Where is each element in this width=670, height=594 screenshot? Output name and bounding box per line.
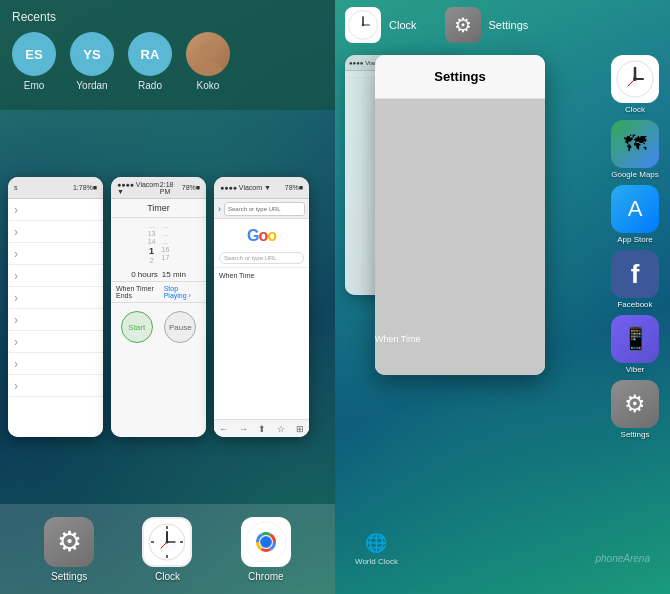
start-button[interactable]: Start bbox=[121, 311, 153, 343]
sidebar-settings-icon: ⚙ bbox=[611, 380, 659, 428]
timer-picker: ... 13 14 1 2 ... ... ... 16 17 bbox=[111, 218, 206, 268]
right-app-sidebar: Clock 🗺 Google Maps A App Store f Facebo… bbox=[605, 55, 665, 439]
browser-search-bar[interactable]: Search or type URL bbox=[219, 252, 304, 264]
avatar-name-yordan: Yordan bbox=[76, 80, 107, 91]
pause-button[interactable]: Pause bbox=[164, 311, 196, 343]
settings-card-header: Settings bbox=[375, 55, 545, 99]
right-bottom: 🌐 World Clock bbox=[335, 504, 670, 594]
avatar-name-rado: Rado bbox=[138, 80, 162, 91]
avatar-name-koko: Koko bbox=[197, 80, 220, 91]
list-row-5[interactable] bbox=[8, 287, 103, 309]
dock-chrome[interactable]: Chrome bbox=[241, 517, 291, 582]
sidebar-facebook-icon: f bbox=[611, 250, 659, 298]
right-settings-icon-small[interactable]: ⚙ bbox=[445, 7, 481, 43]
avatar-item-koko[interactable]: Koko bbox=[186, 32, 230, 91]
sidebar-viber-icon: 📱 bbox=[611, 315, 659, 363]
avatar-item-yordan[interactable]: YS Yordan bbox=[70, 32, 114, 91]
recents-label: Recents bbox=[12, 10, 323, 24]
timer-content: Timer ... 13 14 1 2 ... ... ... 16 17 bbox=[111, 199, 206, 437]
status-bar-2: ●●●● Viacom ▼ 2:18 PM 78%■ bbox=[117, 181, 200, 195]
browser-back-icon[interactable]: ← bbox=[219, 424, 228, 434]
browser-fwd-icon[interactable]: → bbox=[239, 424, 248, 434]
avatar-circle-ra: RA bbox=[128, 32, 172, 76]
card-header-timer: ●●●● Viacom ▼ 2:18 PM 78%■ bbox=[111, 177, 206, 199]
avatar-circle-ys: YS bbox=[70, 32, 114, 76]
browser-url-bar[interactable]: Search or type URL bbox=[224, 202, 305, 216]
card-header-list: s 1:78%■ bbox=[8, 177, 103, 199]
app-cards: s 1:78%■ ●●●● Viacom ▼ 2:18 bbox=[0, 110, 335, 504]
facebook-icon: f bbox=[631, 259, 640, 290]
app-card-browser[interactable]: ●●●● Viacom ▼ 78%■ › Search or type URL … bbox=[214, 177, 309, 437]
browser-forward-icon: › bbox=[218, 204, 221, 214]
gear-icon: ⚙ bbox=[57, 525, 82, 558]
app-card-timer[interactable]: ●●●● Viacom ▼ 2:18 PM 78%■ Timer ... 13 … bbox=[111, 177, 206, 437]
svg-point-18 bbox=[362, 24, 364, 26]
browser-bookmark-icon[interactable]: ☆ bbox=[277, 424, 285, 434]
right-gear-icon: ⚙ bbox=[454, 13, 472, 37]
avatar-item-emo[interactable]: ES Emo bbox=[12, 32, 56, 91]
chrome-icon bbox=[241, 517, 291, 567]
list-row-6[interactable] bbox=[8, 309, 103, 331]
sidebar-appstore-label: App Store bbox=[617, 235, 653, 244]
world-clock-area[interactable]: 🌐 World Clock bbox=[355, 532, 398, 566]
svg-point-23 bbox=[633, 77, 637, 81]
sidebar-facebook-label: Facebook bbox=[617, 300, 652, 309]
dock-settings[interactable]: ⚙ Settings bbox=[44, 517, 94, 582]
sidebar-clock[interactable]: Clock bbox=[605, 55, 665, 114]
status-bar-3: ●●●● Viacom ▼ 78%■ bbox=[220, 184, 303, 191]
avatar-item-rado[interactable]: RA Rado bbox=[128, 32, 172, 91]
browser-tabs-icon[interactable]: ⊞ bbox=[296, 424, 304, 434]
settings-card-title: Settings bbox=[434, 69, 485, 84]
sidebar-maps-icon: 🗺 bbox=[611, 120, 659, 168]
chrome-svg bbox=[244, 520, 288, 564]
dock-clock[interactable]: Clock bbox=[142, 517, 192, 582]
timer-when-section: When Time bbox=[375, 330, 545, 348]
svg-point-13 bbox=[261, 537, 271, 547]
clock-icon bbox=[142, 517, 192, 567]
timer-col-mins: ... ... ... 16 17 bbox=[162, 222, 170, 264]
timer-hours-min: 0 hours 15 min bbox=[111, 268, 206, 281]
list-row-7[interactable] bbox=[8, 331, 103, 353]
card-header-browser: ●●●● Viacom ▼ 78%■ bbox=[214, 177, 309, 199]
list-row-4[interactable] bbox=[8, 265, 103, 287]
list-row-2[interactable] bbox=[8, 221, 103, 243]
sidebar-viber[interactable]: 📱 Viber bbox=[605, 315, 665, 374]
list-row-9[interactable] bbox=[8, 375, 103, 397]
sidebar-appstore[interactable]: A App Store bbox=[605, 185, 665, 244]
sidebar-clock-label: Clock bbox=[625, 105, 645, 114]
browser-content: › Search or type URL Goo Search or type … bbox=[214, 199, 309, 437]
settings-icon: ⚙ bbox=[44, 517, 94, 567]
recents-bar: Recents ES Emo YS Yordan RA Rado Koko bbox=[0, 0, 335, 110]
timer-title: Timer bbox=[111, 199, 206, 218]
sidebar-settings[interactable]: ⚙ Settings bbox=[605, 380, 665, 439]
settings-card-main[interactable]: Settings bbox=[375, 55, 545, 375]
world-clock-label: World Clock bbox=[355, 557, 398, 566]
sidebar-maps[interactable]: 🗺 Google Maps bbox=[605, 120, 665, 179]
right-clock-icon-small[interactable] bbox=[345, 7, 381, 43]
world-clock-globe-icon: 🌐 bbox=[365, 532, 387, 554]
watermark: phoneArena bbox=[596, 553, 651, 564]
timer-when-ends: When Timer Ends Stop Playing › bbox=[111, 281, 206, 303]
browser-share-icon[interactable]: ⬆ bbox=[258, 424, 266, 434]
list-row-1[interactable] bbox=[8, 199, 103, 221]
dock-settings-label: Settings bbox=[51, 571, 87, 582]
recents-avatars: ES Emo YS Yordan RA Rado Koko bbox=[12, 32, 323, 91]
browser-bar: › Search or type URL bbox=[214, 199, 309, 219]
list-row-8[interactable] bbox=[8, 353, 103, 375]
list-content bbox=[8, 199, 103, 437]
appstore-icon: A bbox=[628, 196, 643, 222]
map-icon: 🗺 bbox=[624, 131, 646, 157]
svg-point-9 bbox=[166, 540, 169, 543]
left-panel: Recents ES Emo YS Yordan RA Rado Koko bbox=[0, 0, 335, 594]
list-row-3[interactable] bbox=[8, 243, 103, 265]
sidebar-facebook[interactable]: f Facebook bbox=[605, 250, 665, 309]
app-card-list[interactable]: s 1:78%■ bbox=[8, 177, 103, 437]
browser-bottom-bar: ← → ⬆ ☆ ⊞ bbox=[214, 419, 309, 437]
avatar-circle-es: ES bbox=[12, 32, 56, 76]
sidebar-gear-icon: ⚙ bbox=[624, 390, 646, 418]
viber-icon: 📱 bbox=[622, 326, 649, 352]
right-settings-label: Settings bbox=[489, 19, 529, 31]
sidebar-viber-label: Viber bbox=[626, 365, 645, 374]
browser-timer-section: When Time bbox=[214, 267, 309, 283]
right-clock-label: Clock bbox=[389, 19, 417, 31]
